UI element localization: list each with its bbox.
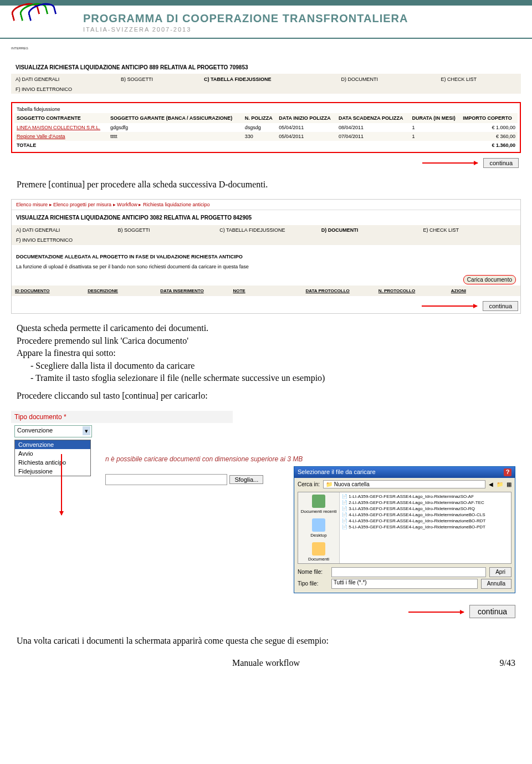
continua-button[interactable]: continua (483, 158, 519, 168)
view-title: VISUALIZZA RICHIESTA LIQUIDAZIONE ANTICI… (12, 210, 520, 225)
th-durata: DURATA (IN MESI) (410, 113, 461, 123)
upload-note: La funzione di upload è disattivata se p… (12, 263, 520, 274)
tab-documenti[interactable]: D) DOCUMENTI (337, 74, 392, 85)
tipo-file-label: Tipo file: (298, 580, 328, 587)
option-fidejussione[interactable]: Fidejussione (15, 467, 90, 476)
screenshot-documenti: Elenco misure ▸ Elenco progetti per misu… (11, 199, 521, 314)
carica-documento-link[interactable]: Carica documento (463, 275, 516, 284)
page-number: 9/43 (500, 658, 515, 668)
doc-table-header: ID DOCUMENTO DESCRIZIONE DATA INSERIMENT… (12, 286, 520, 296)
page-footer: Manuale workflow 9/43 (17, 658, 515, 668)
dialog-sidebar: Documenti recenti Desktop Documenti (298, 492, 340, 563)
tab-invio-elettronico[interactable]: F) INVIO ELETTRONICO (16, 86, 72, 92)
nav-up-icon[interactable]: 📁 (497, 481, 503, 487)
apri-button[interactable]: Apri (489, 567, 511, 577)
th-data-scadenza: DATA SCADENZA POLIZZA (336, 113, 410, 123)
table-header-row: SOGGETTO CONTRAENTE SOGGETTO GARANTE (BA… (14, 113, 518, 123)
file-open-dialog: Selezionare il file da caricare ? Cerca … (294, 466, 515, 593)
arrow-icon (61, 454, 62, 515)
total-row: TOTALE € 1.360,00 (14, 141, 518, 150)
th-soggetto-garante: SOGGETTO GARANTE (BANCA / ASSICURAZIONE) (108, 113, 243, 123)
file-item[interactable]: 1-LI-A359-GEFO-FESR-ASSE4-Lago_Idro-Ride… (341, 493, 510, 500)
section-subtitle: DOCUMENTAZIONE ALLEGATA AL PROGETTO IN F… (12, 251, 520, 263)
tipo-file-select[interactable]: Tutti i file (*.*) (331, 579, 478, 589)
file-item[interactable]: 3-LI-A359-GEFO-FESR-ASSE4-Lago_Idro-Ride… (341, 506, 510, 512)
option-convenzione[interactable]: Convenzione (15, 440, 90, 449)
file-item[interactable]: 4-LI-A359-GEFO-FESR-ASSE4-Lago_Idro-Ride… (341, 512, 510, 518)
tab-check-list[interactable]: E) CHECK LIST (418, 225, 520, 235)
arrow-icon (408, 612, 464, 613)
file-item[interactable]: 4-LI-A359-GEFO-FESR-ASSE4-Lago_Idro-Ride… (341, 518, 510, 524)
arrow-icon (422, 162, 478, 164)
file-list: 1-LI-A359-GEFO-FESR-ASSE4-Lago_Idro-Ride… (340, 492, 511, 563)
dialog-help-icon[interactable]: ? (504, 468, 511, 476)
tipo-documento-dropdown: Convenzione Avvio Richiesta anticipo Fid… (14, 440, 91, 476)
tipo-documento-label: Tipo documento * (11, 411, 233, 423)
dialog-title: Selezionare il file da caricare (298, 468, 376, 476)
option-avvio[interactable]: Avvio (15, 449, 90, 458)
table-caption: Tabella fidejussione (14, 105, 518, 113)
th-data-inizio: DATA INIZIO POLIZZA (277, 113, 336, 123)
continua-button[interactable]: continua (469, 605, 515, 618)
logo-interreg: INTERREG (11, 1, 78, 34)
screenshot-upload-dialog: Tipo documento * Convenzione Convenzione… (11, 411, 521, 594)
instruction-text: Una volta caricati i documenti la scherm… (17, 635, 515, 647)
sidebar-desktop[interactable]: Desktop (298, 516, 339, 540)
tab-soggetti[interactable]: B) SOGGETTI (114, 225, 216, 235)
file-item[interactable]: 2-LI-A359-GEFO-FESR-ASSE4-Lago_Idro-Ride… (341, 500, 510, 506)
program-title: PROGRAMMA DI COOPERAZIONE TRANSFRONTALIE… (83, 12, 532, 25)
tab-invio-elettronico[interactable]: F) INVIO ELETTRONICO (12, 235, 520, 245)
table-row: Regione Valle d'Aosta ttttt 330 05/04/20… (14, 132, 518, 141)
tab-tabella-fidejussione[interactable]: C) TABELLA FIDEJUSSIONE (200, 74, 276, 85)
footer-title: Manuale workflow (232, 658, 300, 668)
file-path-input[interactable] (105, 474, 227, 485)
continua-button[interactable]: continua (483, 301, 518, 311)
row-link[interactable]: Regione Valle d'Aosta (17, 134, 65, 139)
breadcrumb: Elenco misure ▸ Elenco progetti per misu… (12, 200, 520, 210)
tab-documenti[interactable]: D) DOCUMENTI (317, 225, 419, 235)
arrow-icon (422, 305, 477, 307)
program-subtitle: ITALIA-SVIZZERA 2007-2013 (83, 26, 532, 33)
tabs-row: A) DATI GENERALI B) SOGGETTI C) TABELLA … (11, 74, 521, 85)
annulla-button[interactable]: Annulla (481, 579, 511, 589)
table-fidejussione-highlighted: Tabella fidejussione SOGGETTO CONTRAENTE… (11, 102, 521, 153)
tab-soggetti[interactable]: B) SOGGETTI (116, 74, 172, 85)
tab-check-list[interactable]: E) CHECK LIST (437, 74, 492, 85)
sidebar-recent[interactable]: Documenti recenti (298, 492, 339, 516)
view-title: VISUALIZZA RICHIESTA LIQUIDAZIONE ANTICI… (11, 61, 521, 74)
tipo-documento-select[interactable]: Convenzione (14, 425, 92, 437)
row-link[interactable]: LINEA MAISON COLLECTION S.R.L. (17, 125, 100, 130)
logo-text: INTERREG (11, 47, 78, 50)
size-warning: n è possibile caricare documenti con dim… (100, 450, 521, 468)
sfoglia-button[interactable]: Sfoglia... (229, 475, 263, 484)
option-richiesta-anticipo[interactable]: Richiesta anticipo (15, 458, 90, 467)
th-soggetto-contraente: SOGGETTO CONTRAENTE (14, 113, 108, 123)
folder-select[interactable]: 📁 Nuova cartella (323, 480, 485, 488)
nav-back-icon[interactable]: ◀ (489, 481, 493, 487)
screenshot-tabella-fidejussione: VISUALIZZA RICHIESTA LIQUIDAZIONE ANTICI… (11, 61, 521, 170)
th-n-polizza: N. POLIZZA (243, 113, 277, 123)
instruction-text: Premere [continua] per procedere alla sc… (17, 179, 515, 191)
instruction-block: Questa scheda permette il caricamento de… (17, 322, 515, 402)
nome-file-input[interactable] (331, 567, 486, 577)
tab-dati-generali[interactable]: A) DATI GENERALI (12, 225, 114, 235)
cerca-in-label: Cerca in: (298, 481, 320, 487)
file-item[interactable]: 5-LI-A359-GEFO-FESR-ASSE4-Lago_Idro-Ride… (341, 524, 510, 530)
tab-tabella-fidejussione[interactable]: C) TABELLA FIDEJUSSIONE (215, 225, 317, 235)
tab-dati-generali[interactable]: A) DATI GENERALI (11, 74, 66, 85)
sidebar-documenti[interactable]: Documenti (298, 540, 339, 564)
nome-file-label: Nome file: (298, 569, 328, 575)
view-icon[interactable]: ▦ (507, 481, 511, 487)
table-row: LINEA MAISON COLLECTION S.R.L. gdgsdfg d… (14, 123, 518, 132)
header-banner: INTERREG PROGRAMMA DI COOPERAZIONE TRANS… (0, 0, 532, 39)
th-importo: IMPORTO COPERTO (461, 113, 518, 123)
